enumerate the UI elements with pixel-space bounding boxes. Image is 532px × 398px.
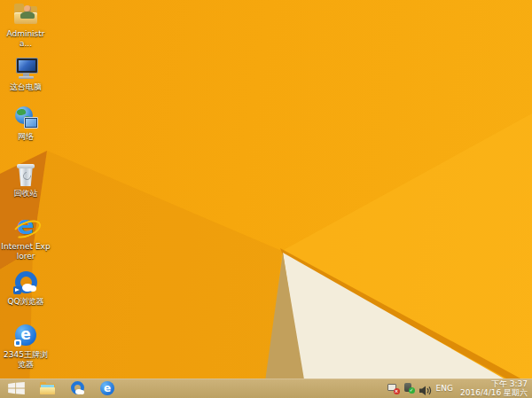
taskbar-file-explorer-button[interactable] <box>34 378 60 398</box>
taskbar-2345-browser-button[interactable]: e <box>94 378 121 398</box>
desktop-icon-label: QQ浏览器 <box>7 297 43 307</box>
taskbar: e × ✓ ENG 下午 3:37 201 <box>0 378 532 398</box>
desktop-icon-label: Administra... <box>1 29 51 49</box>
desktop-icon-label: 这台电脑 <box>10 82 42 92</box>
clock-time: 下午 3:37 <box>491 379 528 388</box>
clock-date: 2016/4/16 星期六 <box>460 388 528 397</box>
clock[interactable]: 下午 3:37 2016/4/16 星期六 <box>460 379 528 397</box>
computer-icon <box>12 56 39 81</box>
2345-browser-icon: e <box>12 324 39 348</box>
network-status-icon[interactable]: × <box>387 383 400 394</box>
desktop-icon-qq-browser[interactable]: QQ浏览器 <box>0 270 51 307</box>
desktop-icon-network[interactable]: 网络 <box>0 105 51 142</box>
user-folder-icon <box>12 3 39 27</box>
recycle-bin-icon <box>12 162 39 187</box>
security-check-icon[interactable]: ✓ <box>404 383 415 394</box>
windows-desktop: Administra... 这台电脑 网络 回收站 e Internet Exp… <box>0 0 532 398</box>
language-indicator[interactable]: ENG <box>436 384 453 393</box>
desktop-icon-label: 2345王牌浏览器 <box>1 350 51 370</box>
network-globe-icon <box>12 105 39 130</box>
qq-browser-icon <box>12 270 39 295</box>
green-check-badge: ✓ <box>409 387 415 394</box>
qq-browser-icon <box>70 381 85 395</box>
file-explorer-icon <box>40 383 55 394</box>
network-error-badge: × <box>394 388 400 394</box>
desktop-icon-this-pc[interactable]: 这台电脑 <box>0 56 51 92</box>
desktop-icon-2345-browser[interactable]: e 2345王牌浏览器 <box>0 324 51 370</box>
desktop-icon-label: Internet Explorer <box>1 242 51 261</box>
desktop-icon-internet-explorer[interactable]: e Internet Explorer <box>0 215 51 261</box>
internet-explorer-icon: e <box>12 215 39 240</box>
taskbar-qq-browser-button[interactable] <box>64 378 90 398</box>
speaker-glyph <box>419 386 432 396</box>
windows-logo-icon <box>8 382 25 394</box>
volume-icon[interactable] <box>419 383 432 394</box>
desktop-icon-label: 回收站 <box>14 189 38 199</box>
desktop-icon-label: 网络 <box>18 132 34 142</box>
desktop-icon-administrator[interactable]: Administra... <box>0 3 51 49</box>
desktop-icon-recycle-bin[interactable]: 回收站 <box>0 162 51 199</box>
2345-browser-icon: e <box>100 381 114 395</box>
start-button[interactable] <box>0 378 32 398</box>
system-tray: × ✓ ENG 下午 3:37 2016/4/16 星期六 <box>387 378 532 398</box>
